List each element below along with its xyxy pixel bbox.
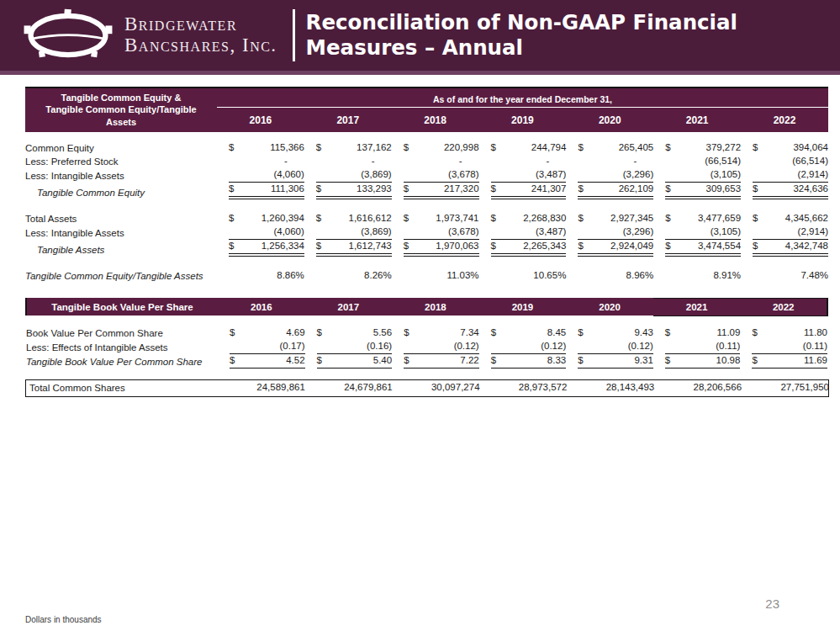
cell-number: 241,307 (531, 183, 567, 195)
cell-value: $217,320 (392, 183, 479, 199)
cell-number: 2,265,343 (523, 240, 566, 252)
currency-symbol: $ (316, 141, 323, 154)
cell-number: 8.26% (364, 269, 392, 282)
cell-number: (4,060) (273, 168, 304, 181)
slide-title-line2: Measures – Annual (306, 35, 523, 60)
cell-number: (3,487) (536, 168, 566, 181)
spacer-cell (25, 199, 828, 212)
slide: Bridgewater Bancshares, Inc. Reconciliat… (0, 0, 840, 631)
cell-number: 5.56 (373, 326, 392, 339)
cell-number: (0.12) (454, 340, 479, 353)
currency-symbol: $ (752, 354, 758, 367)
cell-value: $111,306 (217, 183, 304, 199)
year-column-header: 2019 (479, 298, 567, 316)
cell-number: - (372, 155, 392, 167)
cell-number: 379,272 (705, 141, 741, 154)
cell-value: $137,162 (304, 132, 392, 155)
cell-number: 1,616,612 (349, 212, 392, 225)
cell-number: 1,260,394 (262, 212, 304, 225)
slide-title: Reconciliation of Non-GAAP Financial Mea… (306, 10, 737, 61)
currency-symbol: $ (665, 212, 672, 225)
row-label: Common Equity (25, 132, 217, 155)
total-common-shares-table: Total Common Shares24,589,86124,679,8613… (26, 380, 829, 396)
cell-number: (3,869) (361, 225, 391, 238)
year-column-header: 2016 (218, 298, 305, 316)
cell-number: 394,064 (793, 141, 828, 154)
cell-value: $11.69 (740, 354, 827, 369)
row-label: Less: Intangible Assets (25, 168, 217, 183)
table-row: Less: Preferred Stock-----(66,514)(66,51… (25, 155, 828, 168)
tangible-common-equity-table: Tangible Common Equity & Tangible Common… (25, 87, 828, 283)
cell-value: (0.12) (479, 340, 567, 354)
cell-value: $2,268,830 (479, 212, 567, 225)
cell-number: 7.48% (800, 269, 828, 282)
cell-number: 244,794 (531, 141, 567, 154)
table-row: Total Common Shares24,589,86124,679,8613… (26, 380, 829, 396)
currency-symbol: $ (665, 240, 672, 252)
cell-number: (0.11) (716, 340, 740, 353)
year-column-header: 2017 (305, 298, 393, 316)
cell-value: - (566, 155, 653, 168)
year-column-header: 2016 (217, 108, 304, 132)
year-header-row: Tangible Book Value Per Share 2016201720… (26, 298, 827, 316)
cell-number: 111,306 (271, 183, 304, 195)
cell-number: 11.69 (804, 354, 827, 367)
cell-value: $4.69 (218, 316, 305, 340)
currency-symbol: $ (578, 183, 584, 195)
currency-symbol: $ (578, 326, 584, 339)
currency-symbol: $ (491, 212, 498, 225)
cell-value: $309,653 (653, 183, 741, 199)
cell-number: 4,345,662 (785, 212, 828, 225)
cell-number: 2,927,345 (610, 212, 653, 225)
currency-symbol: $ (491, 183, 498, 195)
company-name-line1: Bridgewater (124, 14, 277, 35)
currency-symbol: $ (404, 212, 410, 225)
cell-number: - (547, 155, 567, 167)
cell-value: 24,589,861 (218, 380, 305, 396)
cell-number: 8.91% (713, 269, 741, 282)
header-divider (293, 9, 295, 61)
year-column-header: 2022 (741, 108, 828, 132)
table-row: Tangible Book Value Per Common Share$4.5… (26, 354, 827, 369)
cell-value: (3,487) (479, 225, 567, 240)
cell-number: 7.22 (460, 354, 478, 367)
cell-value: 8.96% (566, 269, 653, 283)
cell-value: 28,206,566 (654, 380, 742, 396)
cell-value: $115,366 (217, 132, 304, 155)
cell-number: 10.98 (716, 354, 741, 367)
cell-value: (2,914) (741, 168, 828, 183)
year-column-header: 2018 (392, 298, 479, 316)
cell-value: $1,616,612 (304, 212, 392, 225)
cell-value: $9.43 (566, 316, 653, 340)
total-common-shares-box: Total Common Shares24,589,86124,679,8613… (25, 379, 829, 397)
cell-number: 28,973,572 (519, 381, 568, 394)
cell-number: 5.40 (373, 354, 392, 367)
currency-symbol: $ (317, 326, 324, 339)
header-banner: Bridgewater Bancshares, Inc. Reconciliat… (0, 0, 840, 75)
table-body: Total Common Shares24,589,86124,679,8613… (26, 380, 829, 396)
tangible-book-value-table: Tangible Book Value Per Share 2016201720… (25, 298, 828, 369)
cell-number: 11.03% (446, 269, 478, 282)
cell-value: $2,924,049 (566, 240, 653, 257)
cell-number: 1,612,743 (349, 240, 392, 252)
corner-header-line3: Assets (27, 116, 215, 128)
cell-value: $1,973,741 (392, 212, 479, 225)
cell-value: $2,265,343 (479, 240, 567, 257)
cell-number: 324,636 (793, 183, 828, 195)
cell-number: (3,678) (448, 168, 478, 181)
content: Tangible Common Equity & Tangible Common… (0, 75, 840, 397)
cell-value: (3,105) (653, 225, 741, 240)
cell-value: $379,272 (653, 132, 741, 155)
currency-symbol: $ (578, 212, 584, 225)
cell-value: (4,060) (217, 225, 304, 240)
page-number: 23 (765, 597, 779, 611)
cell-value: (0.11) (740, 340, 827, 354)
row-label: Tangible Assets (25, 240, 217, 257)
cell-number: 2,268,830 (523, 212, 566, 225)
cell-number: 9.43 (634, 326, 652, 339)
cell-value: $394,064 (741, 132, 828, 155)
cell-value: $7.22 (392, 354, 479, 369)
cell-value: $4,345,662 (741, 212, 828, 225)
cell-value: $220,998 (392, 132, 479, 155)
spacer-cell (25, 257, 828, 269)
